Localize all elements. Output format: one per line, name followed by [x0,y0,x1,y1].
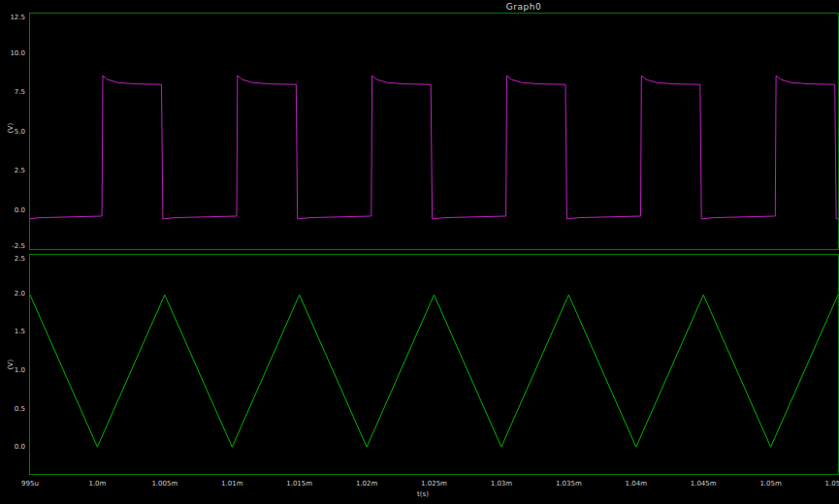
x-tick-label: 1.045m [691,480,717,488]
y-tick-label: 2.5 [0,255,25,263]
x-tick-label: 995u [21,480,39,488]
y-tick-label: 7.5 [0,88,25,96]
y-tick-label: 10.0 [0,49,25,57]
x-tick-label: 1.015m [286,480,312,488]
bottom-waveform-panel[interactable] [29,254,839,475]
top-y-axis-label: (V) [7,123,15,133]
x-tick-label: 1.025m [421,480,447,488]
x-tick-label: 1.0m [88,480,106,488]
x-tick-label: 1.04m [626,480,647,488]
y-tick-label: 0.0 [0,443,25,451]
graph-title: Graph0 [506,2,541,12]
x-tick-label: 1.03m [491,480,512,488]
y-tick-label: 2.0 [0,290,25,298]
graph-window: Graph0 (V) (V) 12.510.07.55.02.50.0-2.5 … [0,0,839,504]
square-wave-output-trace [30,76,838,219]
x-tick-label: 1.05m [759,480,781,488]
square-wave-plot [30,14,838,249]
top-waveform-panel[interactable] [29,13,839,250]
y-tick-label: 1.5 [0,328,25,335]
y-tick-label: 2.5 [0,167,25,174]
bottom-y-axis-label: (V) [7,360,15,369]
y-tick-label: 0.0 [0,206,25,214]
x-axis-label: t(s) [417,490,429,498]
x-tick-label: 1.01m [221,480,242,488]
triangle-wave-trace [30,295,838,447]
y-tick-label: 0.5 [0,405,25,413]
triangle-wave-plot [30,255,838,474]
x-tick-label: 1.055m [825,480,839,488]
y-tick-label: 12.5 [0,14,25,21]
x-tick-label: 1.005m [151,480,177,488]
y-tick-label: -2.5 [0,242,25,250]
x-tick-label: 1.035m [556,480,582,488]
x-tick-label: 1.02m [356,480,377,488]
